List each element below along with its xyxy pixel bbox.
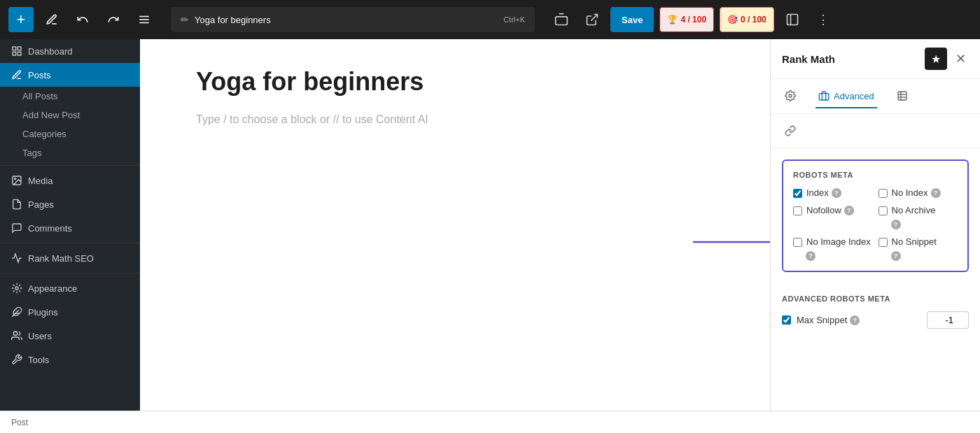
sidebar-item-tools[interactable]: Tools (0, 348, 140, 371)
robots-meta-box: ROBOTS META Index ? No Index (782, 159, 969, 272)
nosnippet-help-icon[interactable]: ? (891, 251, 901, 261)
robots-index-item: Index ? (793, 187, 873, 198)
sidebar-item-dashboard[interactable]: Dashboard (0, 39, 140, 63)
preview-responsive-button[interactable] (549, 7, 574, 32)
robots-nosnippet-text: No Snippet (892, 236, 937, 247)
editor-placeholder: Type / to choose a block or // to use Co… (196, 113, 714, 126)
plugins-label: Plugins (28, 307, 58, 318)
robots-nosnippet-label[interactable]: No Snippet (892, 236, 937, 247)
star-button[interactable]: ★ (925, 48, 947, 70)
seo-score-button[interactable]: 🏆 4 / 100 (659, 7, 714, 32)
robots-noarchive-checkbox[interactable] (878, 206, 888, 215)
robots-noindex-label[interactable]: No Index ? (892, 187, 941, 198)
svg-line-4 (591, 15, 597, 21)
svg-rect-7 (13, 47, 16, 50)
post-status-label: Post (11, 418, 28, 427)
max-snippet-input[interactable] (927, 311, 969, 329)
keyboard-shortcut: Ctrl+K (503, 15, 525, 24)
max-snippet-checkbox[interactable] (782, 315, 791, 325)
right-panel-header: Rank Math ★ ✕ (771, 39, 980, 79)
robots-nosnippet-item: No Snippet ? (878, 236, 958, 261)
post-title-input[interactable] (195, 15, 498, 25)
robots-noimageindex-text: No Image Index (806, 236, 871, 247)
sidebar-item-media[interactable]: Media (0, 169, 140, 192)
robots-noindex-item: No Index ? (878, 187, 958, 198)
sidebar-sub-tags[interactable]: Tags (0, 143, 140, 162)
sidebar-divider-3 (0, 273, 140, 274)
gear-icon (785, 90, 796, 101)
editor-area[interactable]: Yoga for beginners Type / to choose a bl… (140, 39, 770, 411)
right-panel: Rank Math ★ ✕ Advanced (770, 39, 980, 411)
sidebar-item-rank-math[interactable]: Rank Math SEO (0, 246, 140, 270)
seo-score-icon: 🏆 (667, 15, 678, 24)
robots-index-text: Index (806, 187, 829, 198)
undo-button[interactable] (70, 7, 95, 32)
svg-rect-3 (556, 17, 568, 25)
edit-mode-button[interactable] (39, 7, 64, 32)
robots-noarchive-item: No Archive ? (878, 205, 958, 229)
dashboard-label: Dashboard (28, 46, 73, 57)
noarchive-help-icon[interactable]: ? (891, 220, 901, 229)
tab-snippet[interactable] (894, 85, 911, 108)
sidebar-sub-add-new[interactable]: Add New Post (0, 106, 140, 125)
noindex-help-icon[interactable]: ? (931, 188, 941, 198)
tab-general[interactable] (782, 85, 799, 108)
robots-index-label[interactable]: Index ? (806, 187, 841, 198)
noimageindex-help-icon[interactable]: ? (806, 251, 816, 261)
robots-noindex-checkbox[interactable] (878, 189, 888, 198)
robots-noimageindex-label[interactable]: No Image Index (806, 236, 871, 247)
sidebar-item-plugins[interactable]: Plugins (0, 300, 140, 324)
sidebar-item-appearance[interactable]: Appearance (0, 276, 140, 300)
sidebar-item-comments[interactable]: Comments (0, 216, 140, 240)
add-block-button[interactable]: + (8, 7, 34, 32)
comments-icon (11, 222, 22, 234)
top-toolbar: + ✏ Ctrl+K Save 🏆 4 / 100 🎯 0 / 100 ⋮ (0, 0, 980, 39)
svg-rect-8 (18, 47, 21, 50)
robots-noarchive-text: No Archive (892, 205, 936, 215)
robots-nosnippet-checkbox[interactable] (878, 238, 888, 247)
post-title-heading: Yoga for beginners (196, 67, 714, 97)
sidebar-item-posts[interactable]: Posts (0, 63, 140, 87)
save-button[interactable]: Save (610, 7, 654, 32)
svg-rect-19 (819, 94, 828, 100)
tools-icon (11, 354, 22, 365)
sidebar-item-pages[interactable]: Pages (0, 192, 140, 216)
max-snippet-label[interactable]: Max Snippet ? (797, 315, 921, 325)
posts-label: Posts (28, 70, 51, 80)
media-icon (11, 175, 22, 186)
max-snippet-text: Max Snippet (797, 315, 847, 325)
sidebar-sub-all-posts[interactable]: All Posts (0, 87, 140, 106)
robots-nofollow-label[interactable]: Nofollow ? (806, 205, 854, 215)
readability-score-button[interactable]: 🎯 0 / 100 (720, 7, 774, 32)
robots-index-checkbox[interactable] (793, 189, 802, 198)
redo-button[interactable] (101, 7, 126, 32)
sidebar-item-users[interactable]: Users (0, 324, 140, 348)
bottom-status-bar: Post (0, 411, 980, 433)
right-panel-tabs2 (771, 114, 980, 148)
robots-nofollow-checkbox[interactable] (793, 206, 802, 215)
index-help-icon[interactable]: ? (832, 188, 841, 198)
preview-new-tab-button[interactable] (580, 7, 605, 32)
tab-advanced-label: Advanced (834, 91, 874, 101)
pages-icon (11, 199, 22, 210)
snippet-icon (897, 90, 908, 101)
list-view-button[interactable] (132, 7, 157, 32)
robots-noarchive-label[interactable]: No Archive (892, 205, 936, 215)
advanced-robots-meta-section: ADVANCED ROBOTS META Max Snippet ? (771, 294, 980, 346)
tab-advanced[interactable]: Advanced (816, 85, 877, 108)
appearance-label: Appearance (28, 283, 77, 294)
more-options-button[interactable]: ⋮ (811, 7, 836, 32)
robots-meta-section: ROBOTS META Index ? No Index (771, 148, 980, 294)
tab-links[interactable] (782, 120, 799, 142)
robots-nofollow-text: Nofollow (806, 205, 841, 215)
nofollow-help-icon[interactable]: ? (844, 206, 854, 215)
robots-noindex-text: No Index (892, 187, 928, 198)
tools-label: Tools (28, 355, 49, 365)
sidebar-sub-categories[interactable]: Categories (0, 125, 140, 143)
users-label: Users (28, 331, 52, 341)
maxsnippet-help-icon[interactable]: ? (850, 315, 860, 325)
right-panel-tabs: Advanced (771, 79, 980, 114)
settings-sidebar-button[interactable] (780, 7, 805, 32)
robots-noimageindex-checkbox[interactable] (793, 238, 802, 247)
close-panel-button[interactable]: ✕ (953, 48, 969, 69)
